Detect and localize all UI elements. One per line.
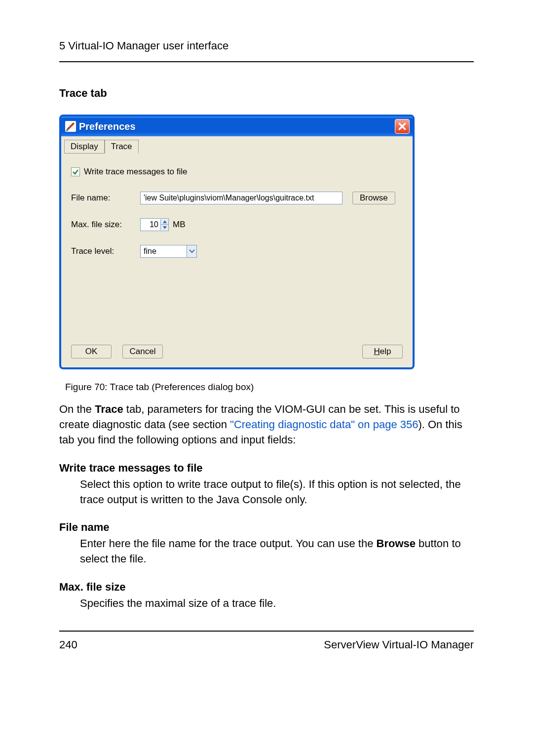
trace-level-combo[interactable]: fine [140,245,197,258]
tab-trace[interactable]: Trace [105,140,139,154]
cancel-button[interactable]: Cancel [122,345,163,358]
browse-button[interactable]: Browse [352,192,395,204]
trace-level-value: fine [141,247,187,256]
section-title: Trace tab [59,87,474,100]
svg-rect-0 [66,130,68,131]
tabstrip: Display Trace [61,136,413,153]
dialog-buttons: OK Cancel Help [61,336,413,367]
titlebar: Preferences [61,117,413,136]
spinner-down-icon[interactable] [160,225,168,230]
diagnostic-data-link[interactable]: "Creating diagnostic data" on page 356 [230,418,418,431]
ok-button[interactable]: OK [71,345,112,358]
chapter-header: 5 Virtual-IO Manager user interface [59,40,474,62]
figure-caption: Figure 70: Trace tab (Preferences dialog… [65,382,474,393]
chevron-down-icon[interactable] [187,245,196,257]
max-size-spinner[interactable]: 10 [140,218,169,231]
file-name-label: File name: [71,193,140,203]
help-button[interactable]: Help [362,345,403,358]
tab-display[interactable]: Display [64,140,105,154]
preferences-dialog: Preferences Display Trace Write trace me… [59,115,415,369]
spinner-up-icon[interactable] [160,219,168,225]
intro-paragraph: On the Trace tab, parameters for tracing… [59,401,474,448]
file-name-input[interactable] [140,192,343,204]
page-number: 240 [59,638,77,651]
max-size-unit: MB [173,220,186,230]
def-write-trace-body: Select this option to write trace output… [80,477,474,507]
footer-product: ServerView Virtual-IO Manager [324,638,474,651]
dialog-title: Preferences [79,121,136,132]
trace-level-label: Trace level: [71,246,140,256]
max-size-label: Max. file size: [71,220,140,230]
def-max-size-body: Specifies the maximal size of a trace fi… [80,596,474,611]
max-size-value: 10 [141,220,160,229]
def-write-trace-term: Write trace messages to file [59,462,474,475]
def-file-name-body: Enter here the file name for the trace o… [80,536,474,566]
def-max-size-term: Max. file size [59,581,474,594]
preferences-icon [65,121,76,132]
def-file-name-term: File name [59,521,474,534]
write-trace-checkbox[interactable] [71,167,80,176]
write-trace-label: Write trace messages to file [84,167,187,177]
close-button[interactable] [395,119,410,134]
tab-content: Write trace messages to file File name: … [61,153,413,336]
page-footer: 240 ServerView Virtual-IO Manager [59,631,474,651]
